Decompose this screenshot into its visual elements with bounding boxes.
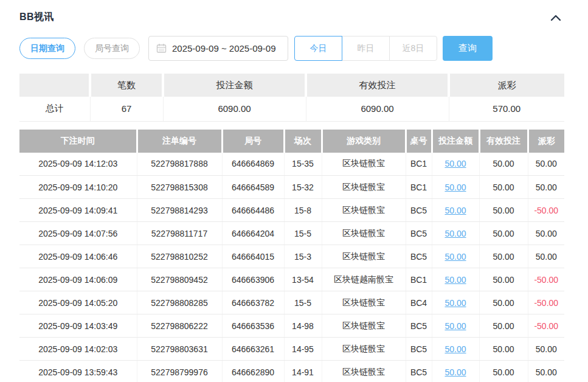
cell-order-id: 522798810252 <box>137 245 222 268</box>
bet-amount-link[interactable]: 50.00 <box>444 159 466 168</box>
bet-amount-link[interactable]: 50.00 <box>444 206 466 215</box>
cell-order-id: 522798815308 <box>137 176 222 199</box>
cell-game-type: 区块链骰宝 <box>322 153 406 176</box>
summary-payout-value: 570.00 <box>449 97 564 121</box>
cell-bet-time: 2025-09-09 14:07:56 <box>19 222 137 245</box>
summary-column-header: 有效投注 <box>306 74 449 97</box>
bet-amount-link[interactable]: 50.00 <box>444 182 466 192</box>
cell-session: 15-3 <box>284 245 322 268</box>
quick-range-button-0[interactable]: 今日 <box>294 36 342 61</box>
date-range-input[interactable]: 2025-09-09 ~ 2025-09-09 <box>148 36 288 61</box>
cell-bet-time: 2025-09-09 13:59:43 <box>19 361 137 382</box>
cell-order-id: 522798799976 <box>137 361 222 382</box>
cell-bet-amount: 50.00 <box>432 314 479 338</box>
summary-column-header: 笔数 <box>90 74 163 97</box>
cell-round-id: 646664015 <box>222 245 284 268</box>
quick-range-group: 今日昨日近8日 <box>294 36 437 61</box>
summary-column-header: 派彩 <box>449 74 564 97</box>
date-query-tab[interactable]: 日期查询 <box>19 38 75 59</box>
table-row: 2025-09-09 14:06:46522798810252646664015… <box>19 245 564 268</box>
cell-session: 15-5 <box>284 222 322 245</box>
collapse-chevron-up-icon[interactable] <box>547 13 564 23</box>
cell-payout: 50.00 <box>528 222 564 245</box>
column-header-session: 场次 <box>284 130 322 153</box>
quick-range-button-1[interactable]: 昨日 <box>342 36 390 61</box>
cell-order-id: 522798803631 <box>137 338 222 361</box>
table-row: 2025-09-09 14:07:56522798811717646664204… <box>19 222 564 245</box>
cell-bet-time: 2025-09-09 14:06:46 <box>19 245 137 268</box>
column-header-table-id: 桌号 <box>406 130 432 153</box>
cell-valid-bet: 50.00 <box>479 222 528 245</box>
table-row: 2025-09-09 14:05:20522798808285646663782… <box>19 291 564 314</box>
bet-amount-link[interactable]: 50.00 <box>444 321 466 331</box>
summary-column-header: 投注金额 <box>163 74 306 97</box>
summary-column-header <box>19 74 90 97</box>
cell-bet-time: 2025-09-09 14:05:20 <box>19 291 137 314</box>
cell-session: 14-95 <box>284 338 322 361</box>
summary-total-row: 总计 67 6090.00 6090.00 570.00 <box>19 97 564 121</box>
cell-bet-amount: 50.00 <box>432 176 479 199</box>
cell-payout: 50.00 <box>528 176 564 199</box>
round-query-tab[interactable]: 局号查询 <box>84 38 140 59</box>
cell-order-id: 522798814293 <box>137 199 222 222</box>
cell-bet-amount: 50.00 <box>432 361 479 382</box>
cell-order-id: 522798806222 <box>137 314 222 338</box>
cell-payout: 50.00 <box>528 338 564 361</box>
cell-payout: -50.00 <box>528 199 564 222</box>
bet-amount-link[interactable]: 50.00 <box>444 367 466 377</box>
cell-game-type: 区块链骰宝 <box>322 176 406 199</box>
cell-payout: -50.00 <box>528 291 564 314</box>
cell-payout: 50.00 <box>528 361 564 382</box>
cell-session: 13-54 <box>284 268 322 291</box>
table-row: 2025-09-09 14:10:20522798815308646664589… <box>19 176 564 199</box>
bet-amount-link[interactable]: 50.00 <box>444 298 466 308</box>
summary-bet-amount-value: 6090.00 <box>163 97 306 121</box>
cell-game-type: 区块链骰宝 <box>322 222 406 245</box>
cell-bet-time: 2025-09-09 14:10:20 <box>19 176 137 199</box>
summary-table: 笔数投注金额有效投注派彩 总计 67 6090.00 6090.00 570.0… <box>19 74 564 122</box>
search-button[interactable]: 查询 <box>443 36 493 61</box>
table-row: 2025-09-09 14:09:41522798814293646664486… <box>19 199 564 222</box>
cell-bet-time: 2025-09-09 14:06:09 <box>19 268 137 291</box>
cell-valid-bet: 50.00 <box>479 361 528 382</box>
cell-round-id: 646664589 <box>222 176 284 199</box>
date-range-value: 2025-09-09 ~ 2025-09-09 <box>172 43 276 54</box>
cell-order-id: 522798808285 <box>137 291 222 314</box>
table-row: 2025-09-09 14:12:03522798817888646664869… <box>19 153 564 176</box>
cell-valid-bet: 50.00 <box>479 291 528 314</box>
quick-range-button-2[interactable]: 近8日 <box>389 36 437 61</box>
cell-game-type: 区块链骰宝 <box>322 291 406 314</box>
bet-amount-link[interactable]: 50.00 <box>444 252 466 262</box>
cell-session: 14-98 <box>284 314 322 338</box>
bet-table-body: 2025-09-09 14:12:03522798817888646664869… <box>19 153 564 382</box>
cell-session: 14-91 <box>284 361 322 382</box>
column-header-valid-bet: 有效投注 <box>479 130 528 153</box>
cell-game-type: 区块链骰宝 <box>322 245 406 268</box>
summary-count-value: 67 <box>90 97 163 121</box>
cell-payout: -50.00 <box>528 314 564 338</box>
cell-game-type: 区块链骰宝 <box>322 314 406 338</box>
summary-valid-bet-value: 6090.00 <box>306 97 449 121</box>
column-header-payout: 派彩 <box>528 130 564 153</box>
cell-table-id: BC1 <box>406 153 432 176</box>
cell-session: 15-32 <box>284 176 322 199</box>
bet-amount-link[interactable]: 50.00 <box>444 275 466 285</box>
table-row: 2025-09-09 14:03:49522798806222646663536… <box>19 314 564 338</box>
bet-amount-link[interactable]: 50.00 <box>444 344 466 354</box>
cell-valid-bet: 50.00 <box>479 268 528 291</box>
cell-bet-amount: 50.00 <box>432 245 479 268</box>
cell-table-id: BC5 <box>406 222 432 245</box>
cell-round-id: 646663261 <box>222 338 284 361</box>
cell-valid-bet: 50.00 <box>479 338 528 361</box>
cell-bet-amount: 50.00 <box>432 338 479 361</box>
bb-video-panel: BB视讯 日期查询 局号查询 2025-09-09 ~ 2025-09-09 今… <box>0 0 588 382</box>
cell-game-type: 区块链越南骰宝 <box>322 268 406 291</box>
cell-session: 15-5 <box>284 291 322 314</box>
bet-amount-link[interactable]: 50.00 <box>444 229 466 238</box>
column-header-bet-amount: 投注金额 <box>432 130 479 153</box>
summary-header-row: 笔数投注金额有效投注派彩 <box>19 74 564 97</box>
cell-round-id: 646662890 <box>222 361 284 382</box>
cell-bet-amount: 50.00 <box>432 199 479 222</box>
cell-game-type: 区块链骰宝 <box>322 361 406 382</box>
filter-bar: 日期查询 局号查询 2025-09-09 ~ 2025-09-09 今日昨日近8… <box>19 36 564 61</box>
